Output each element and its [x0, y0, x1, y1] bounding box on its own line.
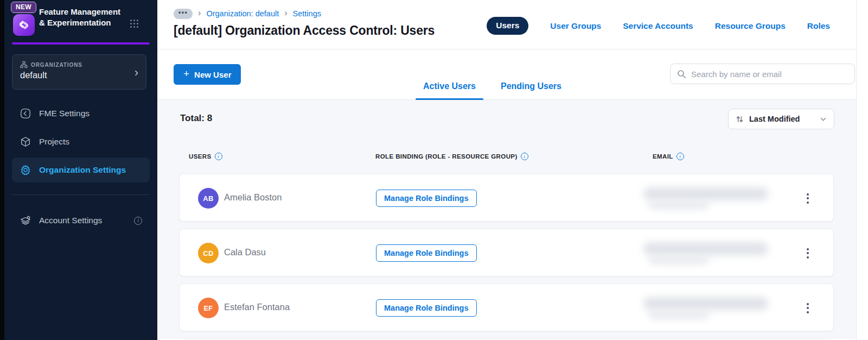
- gear-icon: [20, 164, 31, 176]
- tab-active-users[interactable]: Active Users: [416, 81, 483, 100]
- plus-icon: +: [183, 68, 189, 80]
- app-logo[interactable]: [13, 14, 35, 36]
- redacted-email: [638, 240, 774, 266]
- sidebar-divider: [12, 194, 150, 195]
- user-name: Amelia Boston: [224, 192, 282, 203]
- tab-pending-users[interactable]: Pending Users: [493, 81, 569, 100]
- redacted-email: [638, 295, 774, 321]
- org-chart-icon: [20, 61, 28, 68]
- breadcrumb-link-settings[interactable]: Settings: [293, 9, 321, 18]
- table-row: CD Cala Dasu Manage Role Bindings: [179, 229, 834, 276]
- table-header-row: USERS i ROLE BINDING (ROLE - RESOURCE GR…: [179, 153, 834, 161]
- table-row-partial: [179, 338, 834, 339]
- breadcrumb-link-organization[interactable]: Organization: default: [206, 9, 279, 18]
- search-icon: [677, 70, 686, 79]
- column-header-users: USERS: [189, 153, 212, 160]
- search-input[interactable]: [691, 70, 848, 79]
- purple-accent-rule: [12, 42, 150, 45]
- sidebar-item-organization-settings[interactable]: Organization Settings: [12, 158, 150, 182]
- organizations-label: ORGANIZATIONS: [31, 62, 82, 68]
- tab-user-groups[interactable]: User Groups: [550, 21, 601, 31]
- info-icon[interactable]: i: [521, 153, 528, 160]
- avatar: CD: [198, 243, 219, 263]
- info-icon[interactable]: i: [676, 153, 684, 160]
- page-header: ••• › Organization: default › Settings […: [157, 0, 856, 49]
- layers-gear-icon: [20, 215, 31, 226]
- row-menu-kebab-icon[interactable]: [799, 242, 816, 264]
- tab-resource-groups[interactable]: Resource Groups: [715, 21, 786, 31]
- table-row: EF Estefan Fontana Manage Role Bindings: [179, 284, 834, 331]
- sort-dropdown[interactable]: Last Modified: [728, 109, 834, 129]
- user-rows: AB Amelia Boston Manage Role Bindings CD…: [179, 174, 834, 339]
- tab-roles[interactable]: Roles: [807, 21, 830, 31]
- tab-service-accounts[interactable]: Service Accounts: [623, 21, 693, 31]
- column-header-email: EMAIL: [653, 153, 673, 160]
- info-icon[interactable]: i: [134, 217, 142, 225]
- info-icon[interactable]: i: [215, 153, 222, 160]
- users-toolbar: + New User Active Users Pending Users: [157, 49, 856, 100]
- sidebar-item-account-settings[interactable]: Account Settings i: [4, 208, 157, 233]
- page-right-gutter: [856, 0, 868, 340]
- user-name: Estefan Fontana: [224, 302, 290, 312]
- tab-pending-users-label: Pending Users: [501, 81, 561, 91]
- user-status-tabs: Active Users Pending Users: [416, 49, 569, 100]
- cube-icon: [20, 136, 31, 148]
- product-title: Feature Management & Experimentation: [39, 7, 126, 28]
- tab-active-users-label: Active Users: [423, 81, 476, 91]
- tab-users[interactable]: Users: [487, 17, 528, 35]
- page-title: [default] Organization Access Control: U…: [174, 23, 435, 38]
- table-row: AB Amelia Boston Manage Role Bindings: [179, 174, 834, 222]
- redacted-email: [638, 185, 774, 211]
- chevron-right-icon: ›: [284, 8, 287, 18]
- chevron-right-icon: ›: [135, 67, 138, 79]
- column-header-role-binding: ROLE BINDING (ROLE - RESOURCE GROUP): [375, 153, 518, 160]
- search-box: [670, 64, 855, 84]
- access-control-tabs: Users User Groups Service Accounts Resou…: [487, 17, 830, 35]
- new-badge: NEW: [11, 2, 36, 13]
- sidebar-item-label: FME Settings: [39, 109, 90, 118]
- sidebar-header: NEW Feature Management & Experimentation: [4, 0, 157, 43]
- sidebar-item-projects[interactable]: Projects: [4, 129, 157, 154]
- fme-logo-icon: [20, 108, 31, 119]
- sidebar-item-label: Account Settings: [39, 216, 102, 225]
- new-user-button-label: New User: [194, 70, 231, 79]
- sidebar-item-fme-settings[interactable]: FME Settings: [4, 101, 157, 126]
- background-window-strip: [0, 0, 4, 340]
- total-count: Total: 8: [180, 113, 212, 124]
- sidebar: NEW Feature Management & Experimentation: [4, 0, 157, 340]
- chevron-down-icon: [820, 116, 827, 123]
- new-user-button[interactable]: + New User: [174, 64, 241, 85]
- organization-value: default: [20, 70, 138, 80]
- organization-selector[interactable]: ORGANIZATIONS default ›: [12, 54, 146, 90]
- sort-arrows-icon: [736, 115, 744, 123]
- manage-role-bindings-button[interactable]: Manage Role Bindings: [376, 244, 477, 262]
- sort-value: Last Modified: [749, 115, 814, 123]
- split-logo-icon: [17, 18, 30, 32]
- row-menu-kebab-icon[interactable]: [799, 297, 816, 319]
- breadcrumb: ••• › Organization: default › Settings: [174, 9, 321, 19]
- sidebar-nav: FME Settings Projects Organization Setti…: [4, 101, 157, 233]
- sidebar-item-label: Organization Settings: [39, 165, 126, 175]
- main-panel: ••• › Organization: default › Settings […: [157, 0, 856, 340]
- user-name: Cala Dasu: [224, 247, 266, 257]
- row-menu-kebab-icon[interactable]: [799, 187, 816, 209]
- breadcrumb-ellipsis[interactable]: •••: [174, 9, 193, 19]
- users-list-section: Total: 8 Last Modified USERS i ROLE BIND…: [157, 100, 856, 339]
- chevron-right-icon: ›: [198, 8, 201, 18]
- sidebar-item-label: Projects: [39, 137, 69, 147]
- avatar: AB: [198, 188, 219, 209]
- manage-role-bindings-button[interactable]: Manage Role Bindings: [376, 190, 477, 207]
- avatar: EF: [198, 298, 219, 318]
- app-switcher-grid-icon[interactable]: [130, 20, 139, 29]
- manage-role-bindings-button[interactable]: Manage Role Bindings: [376, 299, 477, 317]
